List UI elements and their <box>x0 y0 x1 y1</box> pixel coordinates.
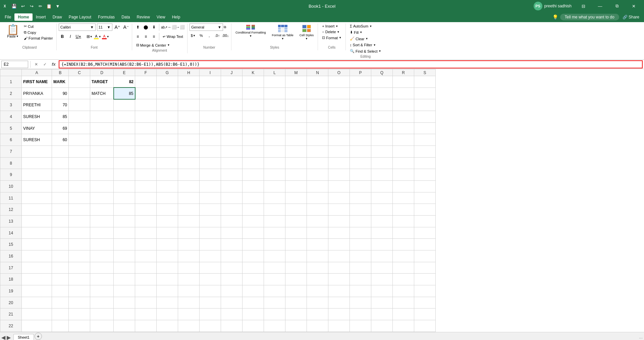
indent-increase-button[interactable]: →⬜ <box>177 23 184 31</box>
cell-C1[interactable] <box>69 76 90 88</box>
cell-I18[interactable] <box>200 274 221 285</box>
minimize-btn[interactable]: — <box>592 0 608 12</box>
cell-E2[interactable]: 85 <box>114 88 135 99</box>
cell-L5[interactable] <box>264 122 285 134</box>
cell-D2[interactable]: MATCH <box>90 88 114 99</box>
cell-F13[interactable] <box>135 216 157 227</box>
delete-cells-button[interactable]: − Delete ▼ <box>320 29 343 35</box>
cell-C5[interactable] <box>69 122 90 134</box>
cell-E7[interactable] <box>114 146 135 158</box>
cell-M21[interactable] <box>285 308 307 320</box>
cell-G3[interactable] <box>157 99 178 111</box>
cell-G2[interactable] <box>157 88 178 99</box>
cell-G17[interactable] <box>157 262 178 274</box>
cell-E3[interactable] <box>114 99 135 111</box>
cell-I4[interactable] <box>200 111 221 123</box>
cell-K12[interactable] <box>243 204 264 216</box>
cell-A21[interactable] <box>22 308 52 320</box>
cell-B2[interactable]: 90 <box>52 88 69 99</box>
cell-N5[interactable] <box>307 122 328 134</box>
cell-H15[interactable] <box>178 239 200 250</box>
cell-L14[interactable] <box>264 227 285 239</box>
cell-H20[interactable] <box>178 297 200 308</box>
cell-J5[interactable] <box>221 122 243 134</box>
cell-N3[interactable] <box>307 99 328 111</box>
cell-S11[interactable] <box>414 192 436 204</box>
cell-H17[interactable] <box>178 262 200 274</box>
cell-J16[interactable] <box>221 250 243 262</box>
cell-A4[interactable]: SURESH <box>22 111 52 123</box>
cell-S21[interactable] <box>414 308 436 320</box>
cell-C19[interactable] <box>69 285 90 297</box>
col-header-O[interactable]: O <box>328 69 350 76</box>
cell-A18[interactable] <box>22 274 52 285</box>
cell-A16[interactable] <box>22 250 52 262</box>
cell-K11[interactable] <box>243 192 264 204</box>
cell-A6[interactable]: SURESH <box>22 134 52 146</box>
cell-M7[interactable] <box>285 146 307 158</box>
cell-F1[interactable] <box>135 76 157 88</box>
cell-Q15[interactable] <box>371 239 393 250</box>
cell-I22[interactable] <box>200 320 221 332</box>
cell-O19[interactable] <box>328 285 350 297</box>
cell-M14[interactable] <box>285 227 307 239</box>
cell-O4[interactable] <box>328 111 350 123</box>
cell-D19[interactable] <box>90 285 114 297</box>
cell-C13[interactable] <box>69 216 90 227</box>
cell-S1[interactable] <box>414 76 436 88</box>
cell-C8[interactable] <box>69 157 90 169</box>
cell-I15[interactable] <box>200 239 221 250</box>
cell-R10[interactable] <box>393 181 414 192</box>
cell-N21[interactable] <box>307 308 328 320</box>
cell-H9[interactable] <box>178 169 200 181</box>
cell-A7[interactable] <box>22 146 52 158</box>
cell-J14[interactable] <box>221 227 243 239</box>
row-header-9[interactable]: 9 <box>0 169 22 181</box>
cell-L1[interactable] <box>264 76 285 88</box>
cell-A13[interactable] <box>22 216 52 227</box>
cell-D9[interactable] <box>90 169 114 181</box>
user-button[interactable]: PS preethi sadhish <box>531 0 574 12</box>
maximize-btn[interactable]: ⧉ <box>609 0 625 12</box>
cell-R13[interactable] <box>393 216 414 227</box>
dec-decrease-button[interactable]: .00↓ <box>222 32 229 39</box>
cell-N8[interactable] <box>307 157 328 169</box>
cell-E22[interactable] <box>114 320 135 332</box>
cell-L4[interactable] <box>264 111 285 123</box>
cell-M12[interactable] <box>285 204 307 216</box>
cell-I7[interactable] <box>200 146 221 158</box>
cell-A9[interactable] <box>22 169 52 181</box>
cell-K16[interactable] <box>243 250 264 262</box>
menu-file[interactable]: File <box>1 13 14 21</box>
cell-H13[interactable] <box>178 216 200 227</box>
cell-S7[interactable] <box>414 146 436 158</box>
paste-button[interactable]: 📋 Paste▼ <box>5 23 21 39</box>
cell-E20[interactable] <box>114 297 135 308</box>
align-left-button[interactable]: ≡ <box>134 33 142 40</box>
cell-H7[interactable] <box>178 146 200 158</box>
cell-L13[interactable] <box>264 216 285 227</box>
cell-A11[interactable] <box>22 192 52 204</box>
cell-I16[interactable] <box>200 250 221 262</box>
cell-I6[interactable] <box>200 134 221 146</box>
cell-L17[interactable] <box>264 262 285 274</box>
row-header-21[interactable]: 21 <box>0 308 22 320</box>
col-header-A[interactable]: A <box>22 69 52 76</box>
font-color-button[interactable]: A ▼ <box>102 33 109 40</box>
cell-P19[interactable] <box>350 285 371 297</box>
cell-A8[interactable] <box>22 157 52 169</box>
menu-data[interactable]: Data <box>118 13 133 21</box>
font-size-dropdown[interactable]: 11 ▼ <box>97 23 112 31</box>
cell-R8[interactable] <box>393 157 414 169</box>
cell-P7[interactable] <box>350 146 371 158</box>
cell-A15[interactable] <box>22 239 52 250</box>
cell-S14[interactable] <box>414 227 436 239</box>
cell-K10[interactable] <box>243 181 264 192</box>
cell-E14[interactable] <box>114 227 135 239</box>
cell-F8[interactable] <box>135 157 157 169</box>
cell-G16[interactable] <box>157 250 178 262</box>
clipboard-btn[interactable]: 📋 <box>45 2 53 10</box>
cell-I20[interactable] <box>200 297 221 308</box>
row-header-8[interactable]: 8 <box>0 157 22 169</box>
cell-H5[interactable] <box>178 122 200 134</box>
